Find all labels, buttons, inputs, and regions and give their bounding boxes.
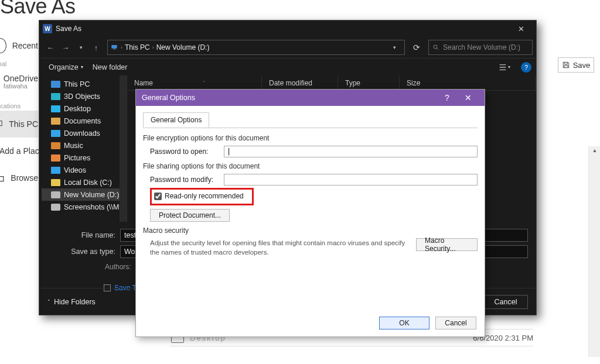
search-placeholder: Search New Volume (D:) <box>443 43 520 51</box>
word-save-button[interactable]: Save <box>558 57 594 73</box>
macro-heading: Macro security <box>143 226 478 235</box>
pc-icon <box>110 43 118 51</box>
nav-add-place[interactable]: Add a Place <box>0 138 38 164</box>
scrollbar[interactable]: ▲ <box>588 146 600 357</box>
folder-icon <box>0 171 5 184</box>
general-options-dialog: General Options ? ✕ General Options File… <box>135 89 485 337</box>
search-icon <box>432 44 439 51</box>
tree-label: Screenshots (\\M <box>64 203 119 211</box>
tree-item[interactable]: Downloads <box>42 127 127 139</box>
tree-scrollbar[interactable] <box>120 75 127 222</box>
nav-recent[interactable]: Recent <box>0 32 38 59</box>
password-open-input[interactable] <box>224 146 478 157</box>
tab-general-options[interactable]: General Options <box>143 112 209 128</box>
tree-label: Documents <box>64 117 101 125</box>
tree-icon <box>51 81 60 88</box>
close-button[interactable]: ✕ <box>509 20 533 37</box>
tree-label: Videos <box>64 166 86 174</box>
tree-icon <box>51 179 60 186</box>
macro-text: Adjust the security level for opening fi… <box>150 238 408 257</box>
dialog-title: General Options <box>142 94 195 102</box>
col-label: Name <box>134 79 153 87</box>
authors-label: Authors: <box>105 263 131 271</box>
nav-section: sonal <box>0 59 38 68</box>
savetype-label: Save as type: <box>70 248 120 256</box>
tree-icon <box>51 105 60 112</box>
tree-icon <box>51 142 60 149</box>
scroll-up-icon[interactable]: ▲ <box>590 146 599 154</box>
ok-button[interactable]: OK <box>379 317 429 329</box>
cancel-button[interactable]: Cancel <box>435 317 476 329</box>
up-button[interactable]: ↑ <box>88 43 104 52</box>
encryption-heading: File encryption options for this documen… <box>143 134 478 142</box>
tree-item[interactable]: Screenshots (\\M <box>42 201 127 213</box>
forward-button[interactable]: → <box>58 43 73 52</box>
hide-folders-button[interactable]: ˄ Hide Folders <box>47 298 96 306</box>
pc-icon <box>0 118 3 131</box>
tree-label: Desktop <box>64 105 91 113</box>
macro-security-button[interactable]: Macro Security... <box>416 238 478 251</box>
col-size[interactable]: Size <box>400 75 536 90</box>
tree-item[interactable]: Pictures <box>42 152 127 164</box>
cancel-button[interactable]: Cancel <box>483 295 528 309</box>
svg-point-5 <box>434 45 437 49</box>
tree-item[interactable]: Desktop <box>42 102 127 115</box>
col-date[interactable]: Date modified <box>262 75 338 90</box>
newfolder-button[interactable]: New folder <box>88 61 132 74</box>
tree-icon <box>51 93 60 100</box>
nav-section: r locations <box>0 101 38 111</box>
dialog-titlebar: General Options ? ✕ <box>136 90 485 106</box>
search-input[interactable]: Search New Volume (D:) <box>428 40 533 55</box>
tree-label: This PC <box>64 80 90 88</box>
nav-onedrive[interactable]: OneDrive fatiwaha <box>0 68 38 95</box>
protect-document-button[interactable]: Protect Document... <box>150 209 230 222</box>
organize-menu[interactable]: Organize ▾ <box>44 61 88 74</box>
nav-thispc[interactable]: This PC <box>0 111 38 138</box>
breadcrumb[interactable]: New Volume (D:) <box>156 43 210 51</box>
refresh-button[interactable]: ⟳ <box>408 43 425 52</box>
breadcrumb[interactable]: This PC <box>125 43 150 51</box>
nav-label: OneDrive <box>4 74 38 83</box>
view-icon[interactable]: ▾ <box>499 63 510 71</box>
tree-item[interactable]: Videos <box>42 164 127 176</box>
tree-icon <box>51 191 60 198</box>
folder-tree[interactable]: This PC3D ObjectsDesktopDocumentsDownloa… <box>39 75 127 222</box>
address-bar[interactable]: › This PC › New Volume (D:) ▾ <box>107 40 405 55</box>
tree-icon <box>51 204 60 211</box>
filename-label: File name: <box>70 231 120 239</box>
tree-item[interactable]: Music <box>42 139 127 152</box>
breadcrumb-sep: › <box>121 44 122 50</box>
tree-label: 3D Objects <box>64 92 100 101</box>
tree-item[interactable]: This PC <box>42 78 127 90</box>
help-button[interactable]: ? <box>437 93 458 102</box>
tree-label: Pictures <box>64 154 90 162</box>
page-title: Save As <box>0 0 76 19</box>
password-modify-input[interactable] <box>224 174 478 186</box>
tree-item[interactable]: Local Disk (C:) <box>42 176 127 188</box>
save-icon <box>562 61 570 69</box>
svg-rect-4 <box>113 49 115 49</box>
tree-icon <box>51 167 60 174</box>
clock-icon <box>0 38 6 53</box>
col-type[interactable]: Type <box>338 75 400 90</box>
tree-item[interactable]: New Volume (D:) <box>42 188 127 201</box>
window-title: Save As <box>56 25 81 33</box>
chevron-down-icon: ˄ <box>47 299 50 305</box>
col-name[interactable]: Name ˄ <box>127 75 262 90</box>
tree-label: Local Disk (C:) <box>64 178 112 187</box>
organize-label: Organize <box>49 63 79 71</box>
sort-icon: ˄ <box>203 80 205 85</box>
tree-item[interactable]: Documents <box>42 115 127 127</box>
tree-item[interactable]: 3D Objects <box>42 90 127 102</box>
nav-browse[interactable]: Browse <box>0 164 38 191</box>
nav-sublabel: fatiwaha <box>4 83 38 90</box>
history-dropdown-icon[interactable]: ▾ <box>73 44 88 50</box>
back-button[interactable]: ← <box>43 43 58 52</box>
chevron-down-icon[interactable]: ▾ <box>392 44 402 50</box>
close-button[interactable]: ✕ <box>458 93 479 102</box>
password-modify-label: Password to modify: <box>150 176 218 184</box>
tree-label: New Volume (D:) <box>64 191 119 199</box>
nav-label: Add a Place <box>0 146 44 156</box>
readonly-checkbox[interactable] <box>154 193 162 200</box>
help-button[interactable]: ? <box>521 62 531 73</box>
